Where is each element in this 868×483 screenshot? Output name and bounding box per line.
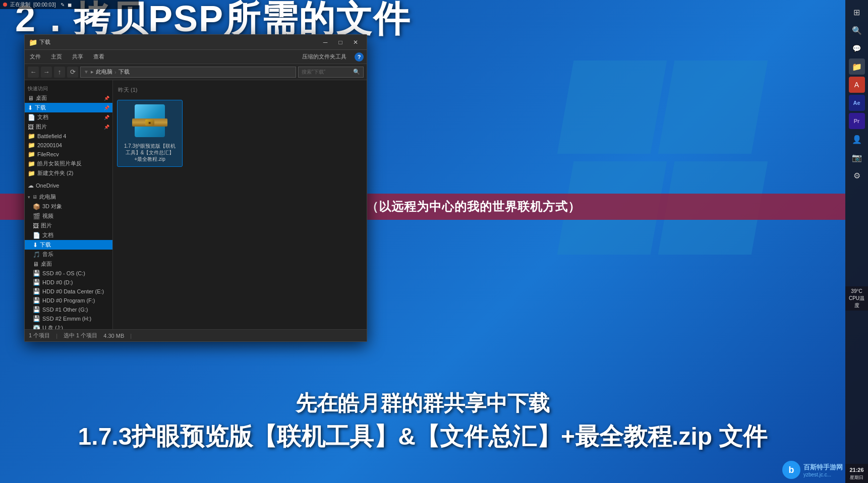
watermark: b 百斯特手游网 yzbest.jc.c... <box>782 461 843 479</box>
recording-bar: 正在录制 [00:00:03] ✎ ◼ <box>0 0 139 9</box>
3d-icon: 📦 <box>33 203 40 210</box>
title-bar-title: 下载 <box>39 38 50 46</box>
folder-icon-photos: 📁 <box>28 160 35 167</box>
search-placeholder: 搜索"下载" <box>302 69 325 76</box>
sidebar-item-documents[interactable]: 📄 文档 📌 <box>25 112 112 122</box>
maximize-button[interactable]: □ <box>333 37 348 47</box>
hdd-data-icon: 💾 <box>33 288 40 295</box>
onedrive-icon: ☁ <box>28 182 34 189</box>
sidebar-ssd1[interactable]: 💾 SSD #1 Other (G:) <box>25 305 112 314</box>
ribbon-tab-home[interactable]: 主页 <box>49 52 64 62</box>
recording-dot <box>3 3 7 7</box>
taskbar-explorer[interactable]: 📁 <box>849 58 865 75</box>
ribbon-help-button[interactable]: ? <box>355 52 364 62</box>
ribbon: 文件 主页 共享 查看 压缩的文件夹工具 ? <box>25 50 367 64</box>
recording-controls[interactable]: ✎ <box>61 2 65 8</box>
cpu-temp-label: CPU温度 <box>846 295 867 309</box>
pin-icon-pic: 📌 <box>104 125 109 130</box>
search-icon: 🔍 <box>353 69 360 75</box>
sidebar-desktop-pc[interactable]: 🖥 桌面 <box>25 259 112 269</box>
this-pc-header[interactable]: ▾ 🖥 此电脑 <box>25 192 112 202</box>
sidebar-item-battlefield[interactable]: 📁 Battlefield 4 <box>25 132 112 141</box>
sidebar-onedrive[interactable]: ☁ OneDrive <box>25 181 112 190</box>
sidebar-usb[interactable]: 💽 U 盘 (J:) <box>25 323 112 329</box>
taskbar-pr[interactable]: Pr <box>849 113 865 129</box>
folder-icon-date: 📁 <box>28 142 35 149</box>
ssd2-icon: 💾 <box>33 315 40 322</box>
up-button[interactable]: ↑ <box>54 67 65 78</box>
ribbon-tab-file[interactable]: 文件 <box>28 52 43 62</box>
sidebar-ssd0[interactable]: 💾 SSD #0 - OS (C:) <box>25 269 112 278</box>
this-pc-expand: ▾ <box>28 195 30 200</box>
windows-logo-decoration <box>565 61 767 262</box>
taskbar-windows[interactable]: ⊞ <box>849 4 865 20</box>
taskbar-chat[interactable]: 💬 <box>849 40 865 56</box>
taskbar-camera[interactable]: 📷 <box>849 149 865 165</box>
sidebar-3d-objects[interactable]: 📦 3D 对象 <box>25 202 112 211</box>
ribbon-tab-share[interactable]: 共享 <box>70 52 85 62</box>
refresh-button[interactable]: ⟳ <box>67 67 78 78</box>
sidebar-item-downloads[interactable]: ⬇ 下载 📌 <box>25 103 112 112</box>
watermark-url: yzbest.jc.c... <box>803 472 843 477</box>
file-item-zip[interactable]: ■ 1.7.3护眼预览版【联机工具】&【文件总汇】+最全教程.zip <box>117 100 183 167</box>
path-part-1: ▸ <box>91 69 94 75</box>
sidebar-item-desktop[interactable]: 🖥 桌面 📌 <box>25 93 112 103</box>
taskbar-search[interactable]: 🔍 <box>849 22 865 38</box>
back-button[interactable]: ← <box>28 67 39 78</box>
pictures-icon: 🖼 <box>33 222 39 229</box>
clock-time: 21:26 <box>846 466 867 474</box>
docs-icon: 📄 <box>33 232 40 239</box>
recording-stop[interactable]: ◼ <box>68 2 72 8</box>
sidebar-item-photos[interactable]: 📁 皓月女装照片单反 <box>25 159 112 168</box>
taskbar-ae[interactable]: Ae <box>849 95 865 111</box>
path-download: 下载 <box>119 68 130 76</box>
date-header: 昨天 (1) <box>117 84 363 96</box>
title-bar-controls: ─ □ ✕ <box>318 37 363 47</box>
sidebar-hdd0-prog[interactable]: 💾 HDD #0 Program (F:) <box>25 296 112 305</box>
ribbon-tab-view[interactable]: 查看 <box>91 52 106 62</box>
bottom-text-2: 1.7.3护眼预览版【联机工具】&【文件总汇】+最全教程.zip 文件 <box>0 420 845 453</box>
sidebar-item-20200104[interactable]: 📁 20200104 <box>25 141 112 150</box>
content-area: 快速访问 🖥 桌面 📌 ⬇ 下载 📌 📄 文档 📌 🖼 图片 📌 <box>25 80 367 329</box>
folder-icon: 🖥 <box>28 95 34 102</box>
sidebar-hdd0-data[interactable]: 💾 HDD #0 Data Center (E:) <box>25 287 112 296</box>
taskbar-settings[interactable]: ⚙ <box>849 167 865 184</box>
sidebar-downloads-pc[interactable]: ⬇ 下载 <box>25 240 112 250</box>
title-bar-folder-icon: 📁 <box>29 38 37 46</box>
taskbar-app-red[interactable]: A <box>849 77 865 93</box>
status-size: 4.30 MB <box>103 333 124 339</box>
ribbon-tab-compress[interactable]: 压缩的文件夹工具 <box>302 53 349 61</box>
sidebar-music[interactable]: 🎵 音乐 <box>25 250 112 259</box>
status-count: 1 个项目 <box>29 332 50 339</box>
cpu-temp-value: 39°C <box>846 288 867 295</box>
search-box[interactable]: 搜索"下载" 🔍 <box>298 67 364 78</box>
sidebar-item-pictures[interactable]: 🖼 图片 📌 <box>25 122 112 132</box>
sidebar-hdd0[interactable]: 💾 HDD #0 (D:) <box>25 278 112 287</box>
music-icon: 🎵 <box>33 251 40 258</box>
hdd-prog-icon: 💾 <box>33 297 40 304</box>
watermark-logo: b <box>782 461 800 479</box>
right-taskbar: ⊞ 🔍 💬 📁 A Ae Pr 👤 📷 ⚙ <box>845 0 868 483</box>
folder-icon-new: 📁 <box>28 170 35 177</box>
minimize-button[interactable]: ─ <box>318 37 332 47</box>
close-button[interactable]: ✕ <box>349 37 363 47</box>
file-label: 1.7.3护眼预览版【联机工具】&【文件总汇】+最全教程.zip <box>122 143 178 162</box>
taskbar-user[interactable]: 👤 <box>849 131 865 147</box>
sidebar-videos[interactable]: 🎬 视频 <box>25 211 112 221</box>
sidebar-pictures[interactable]: 🖼 图片 <box>25 221 112 230</box>
address-path[interactable]: ▼ ▸ 此电脑 › 下载 <box>80 67 296 78</box>
recording-status: 正在录制 <box>10 1 30 8</box>
this-pc-icon: 🖥 <box>32 194 37 200</box>
sidebar-item-filerecv[interactable]: 📁 FileRecv <box>25 150 112 159</box>
forward-button[interactable]: → <box>41 67 52 78</box>
folder-icon-pic: 🖼 <box>28 124 34 131</box>
ssd-icon: 💾 <box>33 270 40 277</box>
sidebar-ssd2[interactable]: 💾 SSD #2 Emmm (H:) <box>25 314 112 323</box>
pin-icon-doc: 📌 <box>104 115 109 120</box>
sidebar-documents[interactable]: 📄 文档 <box>25 230 112 240</box>
recording-time: [00:00:03] <box>33 2 55 8</box>
path-arrow: ▼ <box>84 69 89 75</box>
left-panel: 快速访问 🖥 桌面 📌 ⬇ 下载 📌 📄 文档 📌 🖼 图片 📌 <box>25 80 113 329</box>
sidebar-item-newfolder[interactable]: 📁 新建文件夹 (2) <box>25 168 112 178</box>
ssd1-icon: 💾 <box>33 306 40 313</box>
